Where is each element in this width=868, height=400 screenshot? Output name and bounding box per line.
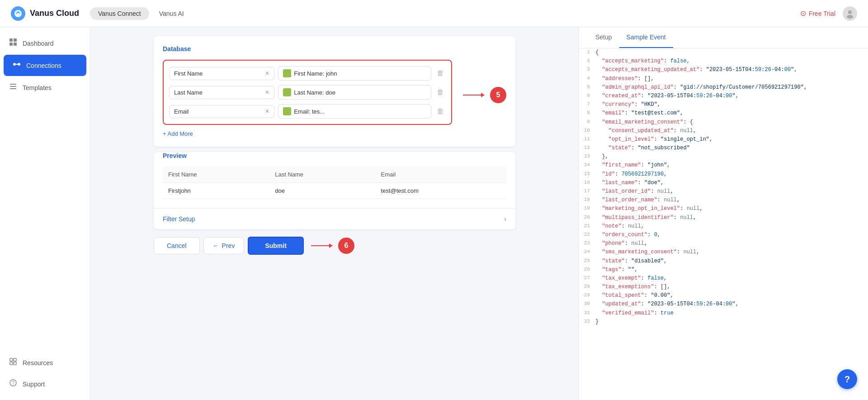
sidebar-item-connections[interactable]: Connections [4, 55, 86, 76]
main-layout: Dashboard Connections Templates [0, 27, 868, 400]
add-more-button[interactable]: + Add More [163, 130, 193, 137]
preview-header-row: First Name Last Name Email [163, 167, 506, 183]
line-content: "marketing_opt_in_level": null, [595, 205, 703, 213]
line-content: "consent_updated_at": null, [595, 127, 696, 135]
filter-setup-row[interactable]: Filter Setup › [154, 208, 515, 229]
line-content: "first_name": "john", [595, 161, 670, 170]
svg-rect-16 [14, 362, 16, 365]
line-number: 32 [583, 318, 595, 326]
sidebar-label-resources: Resources [23, 359, 53, 367]
prev-label: Prev [222, 242, 235, 249]
line-content: "accepts_marketing": false, [595, 57, 690, 66]
line-number: 24 [583, 248, 595, 257]
svg-rect-6 [14, 43, 17, 46]
svg-rect-11 [10, 86, 16, 87]
nav-tab-vanus-ai[interactable]: Vanus AI [151, 7, 192, 20]
field-row-2: Email ✕ E [169, 104, 446, 119]
step5-arrow [463, 90, 485, 100]
json-line: 7 "currency": "HKD", [579, 100, 868, 109]
shopify-label-lastname: Last Name: doe [294, 89, 335, 96]
sidebar-label-connections: Connections [26, 62, 61, 69]
delete-row-1-icon[interactable]: 🗑 [435, 86, 446, 98]
line-number: 6 [583, 92, 595, 100]
sidebar-label-templates: Templates [23, 84, 52, 91]
line-number: 8 [583, 109, 595, 118]
line-content: "opt_in_level": "single_opt_in", [595, 135, 712, 144]
line-content: }, [595, 152, 609, 161]
help-button[interactable]: ? [837, 369, 857, 389]
line-number: 31 [583, 309, 595, 318]
nav-tab-vanus-connect[interactable]: Vanus Connect [90, 7, 149, 20]
prev-button[interactable]: ← Prev [203, 237, 245, 254]
json-line: 1{ [579, 48, 868, 57]
json-line: 15 "id": 7056921297190, [579, 170, 868, 179]
svg-text:?: ? [12, 381, 14, 386]
line-number: 20 [583, 214, 595, 222]
resources-icon [9, 357, 17, 368]
sidebar-label-support: Support [23, 381, 45, 388]
line-content: "note": null, [595, 222, 644, 231]
submit-button[interactable]: Submit [248, 237, 303, 255]
line-number: 23 [583, 239, 595, 248]
shopify-icon-0 [283, 69, 291, 77]
line-number: 27 [583, 274, 595, 283]
sidebar-item-support[interactable]: ? Support [0, 373, 90, 395]
line-number: 26 [583, 266, 595, 274]
json-line: 10 "consent_updated_at": null, [579, 127, 868, 135]
step6-badge: 6 [338, 238, 354, 254]
field-input-lastname[interactable]: Last Name ✕ [169, 86, 274, 99]
line-number: 29 [583, 291, 595, 300]
clear-firstname-icon[interactable]: ✕ [265, 70, 269, 76]
line-content: } [595, 318, 599, 326]
svg-rect-4 [14, 38, 17, 42]
line-number: 22 [583, 231, 595, 239]
json-line: 30 "updated_at": "2023-05-15T04:59:26-04… [579, 300, 868, 309]
line-number: 18 [583, 196, 595, 205]
json-line: 22 "orders_count": 0, [579, 231, 868, 239]
delete-row-2-icon[interactable]: 🗑 [435, 105, 446, 117]
json-line: 24 "sms_marketing_consent": null, [579, 248, 868, 257]
nav-tabs: Vanus Connect Vanus AI [90, 7, 192, 20]
tab-sample-event[interactable]: Sample Event [619, 27, 673, 48]
json-line: 4 "addresses": [], [579, 75, 868, 83]
json-line: 17 "last_order_id": null, [579, 187, 868, 196]
line-number: 16 [583, 179, 595, 187]
shopify-label-firstname: First Name: john [294, 70, 337, 77]
line-number: 15 [583, 170, 595, 179]
field-input-firstname[interactable]: First Name ✕ [169, 67, 274, 80]
line-number: 30 [583, 300, 595, 309]
tab-setup[interactable]: Setup [588, 27, 619, 48]
shopify-field-firstname[interactable]: First Name: john [278, 66, 431, 81]
preview-section: Preview First Name Last Name Email [154, 152, 515, 229]
free-trial-badge[interactable]: ⊙ Free Trial [800, 9, 835, 18]
json-panel: Setup Sample Event 1{2 "accepts_marketin… [579, 27, 868, 400]
json-tabs: Setup Sample Event [579, 27, 868, 48]
json-line: 19 "marketing_opt_in_level": null, [579, 205, 868, 213]
clear-email-icon[interactable]: ✕ [265, 108, 269, 114]
svg-rect-12 [10, 88, 16, 89]
line-content: "tax_exempt": false, [595, 274, 667, 283]
preview-title: Preview [163, 152, 506, 159]
preview-cell-firstname: Firstjohn [163, 183, 269, 199]
sidebar-item-resources[interactable]: Resources [0, 352, 90, 373]
step6-indicator: 6 [311, 238, 354, 254]
sidebar-item-templates[interactable]: Templates [0, 77, 90, 98]
json-line: 5 "admin_graphql_api_id": "gid://shopify… [579, 83, 868, 92]
user-avatar[interactable] [843, 6, 857, 21]
delete-row-0-icon[interactable]: 🗑 [435, 67, 446, 79]
svg-marker-22 [329, 243, 333, 248]
clear-lastname-icon[interactable]: ✕ [265, 89, 269, 95]
line-number: 28 [583, 283, 595, 291]
line-content: "created_at": "2023-05-15T04:59:26-04:00… [595, 92, 739, 100]
line-content: "tax_exemptions": [], [595, 283, 670, 291]
json-line: 23 "phone": null, [579, 239, 868, 248]
shopify-field-email[interactable]: Email: tes... [278, 104, 431, 119]
field-row-0: First Name ✕ [169, 66, 446, 81]
shopify-field-lastname[interactable]: Last Name: doe [278, 85, 431, 100]
sidebar-item-dashboard[interactable]: Dashboard [0, 33, 90, 54]
svg-marker-20 [481, 93, 485, 97]
field-input-email[interactable]: Email ✕ [169, 105, 274, 118]
json-line: 16 "last_name": "doe", [579, 179, 868, 187]
line-number: 4 [583, 75, 595, 83]
cancel-button[interactable]: Cancel [154, 237, 200, 254]
